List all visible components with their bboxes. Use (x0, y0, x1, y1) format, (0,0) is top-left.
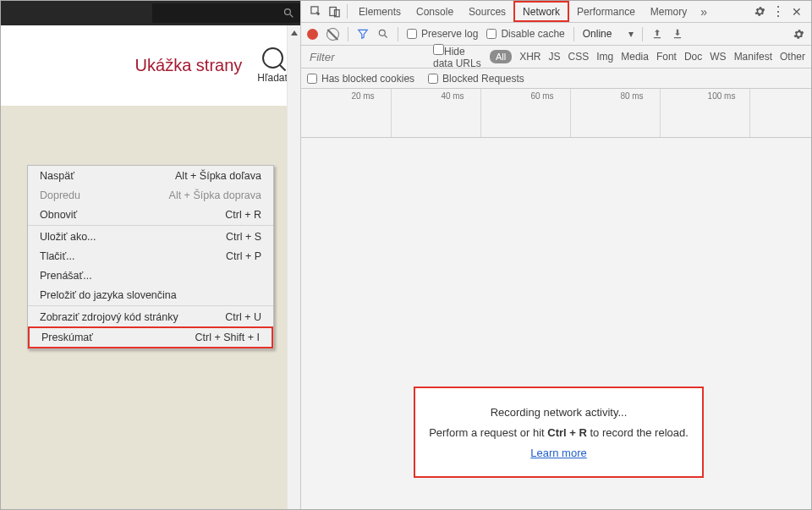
tab-performance[interactable]: Performance (569, 1, 643, 22)
header-search-button[interactable]: Hľadať (257, 47, 288, 84)
filter-funnel-icon[interactable] (357, 28, 369, 40)
network-toolbar: Preserve log Disable cache Online▾ (301, 23, 811, 46)
ctx-shortcut: Ctrl + U (225, 311, 261, 323)
ctx-shortcut: Ctrl + R (225, 209, 261, 221)
page-top-bar (1, 1, 300, 25)
filter-type-manifest[interactable]: Manifest (734, 51, 772, 63)
ctx-save-as[interactable]: Uložiť ako... Ctrl + S (28, 227, 273, 246)
recording-line-2: Perform a request or hit Ctrl + R to rec… (429, 426, 689, 439)
search-icon[interactable] (377, 28, 389, 40)
ctx-shortcut: Ctrl + P (226, 250, 261, 262)
ctx-separator (28, 225, 273, 226)
svg-point-3 (379, 30, 385, 36)
device-toolbar-icon[interactable] (325, 5, 343, 18)
ctx-label: Tlačiť... (40, 250, 75, 262)
magnifier-icon (262, 47, 283, 69)
filter-type-ws[interactable]: WS (710, 51, 726, 63)
tab-sources[interactable]: Sources (461, 1, 513, 22)
page-title: Ukážka strany (135, 56, 243, 75)
filter-type-js[interactable]: JS (549, 51, 561, 63)
tab-console[interactable]: Console (409, 1, 461, 22)
ctx-label: Preskúmať (41, 332, 93, 343)
filter-type-css[interactable]: CSS (568, 51, 590, 63)
ctx-label: Prenášať... (40, 270, 92, 282)
ctx-shortcut: Alt + Šípka doprava (169, 189, 261, 201)
disable-cache-label: Disable cache (501, 28, 564, 40)
upload-icon[interactable] (651, 28, 663, 40)
disable-cache-checkbox[interactable]: Disable cache (486, 28, 564, 40)
network-settings-gear-icon[interactable] (793, 28, 805, 41)
more-tabs-icon[interactable]: » (694, 5, 713, 19)
network-filter-bar-2: Has blocked cookies Blocked Requests (301, 69, 811, 89)
preserve-log-checkbox[interactable]: Preserve log (407, 28, 478, 40)
network-request-area: Recording network activity... Perform a … (301, 138, 811, 509)
ctx-label: Obnoviť (40, 209, 77, 221)
ctx-label: Naspäť (40, 170, 74, 182)
filter-type-all[interactable]: All (490, 50, 512, 63)
ctx-shortcut: Ctrl + Shift + I (195, 332, 260, 343)
ctx-back[interactable]: Naspäť Alt + Šípka doľava (28, 166, 273, 185)
throttle-select[interactable]: Online▾ (583, 28, 634, 40)
settings-gear-icon[interactable] (750, 5, 769, 18)
record-button[interactable] (307, 29, 318, 40)
filter-type-img[interactable]: Img (596, 51, 613, 63)
preserve-log-label: Preserve log (421, 28, 478, 40)
filter-type-xhr[interactable]: XHR (519, 51, 540, 63)
timeline-tick: 100 ms (708, 91, 736, 101)
learn-more-link[interactable]: Learn more (530, 447, 586, 459)
page-scrollbar[interactable] (287, 25, 300, 509)
timeline-tick: 60 ms (530, 91, 553, 101)
blocked-cookies-checkbox[interactable]: Has blocked cookies (307, 73, 414, 85)
filter-type-font[interactable]: Font (656, 51, 677, 63)
ctx-cast[interactable]: Prenášať... (28, 266, 273, 285)
ctx-separator (28, 305, 273, 306)
svg-rect-1 (329, 8, 336, 16)
context-menu: Naspäť Alt + Šípka doľava Dopredu Alt + … (27, 165, 274, 349)
search-icon (283, 7, 295, 19)
timeline-tick: 20 ms (351, 91, 374, 101)
page-header: Ukážka strany Hľadať (1, 25, 300, 106)
blocked-cookies-label: Has blocked cookies (321, 73, 414, 85)
tab-elements[interactable]: Elements (351, 1, 409, 22)
ctx-inspect[interactable]: Preskúmať Ctrl + Shift + I (30, 328, 272, 347)
filter-input[interactable] (307, 49, 425, 65)
network-timeline[interactable]: 20 ms 40 ms 60 ms 80 ms 100 ms (301, 89, 811, 138)
devtools-tab-bar: Elements Console Sources Network Perform… (301, 1, 811, 23)
download-icon[interactable] (672, 28, 683, 40)
network-filter-bar: Hide data URLs All XHR JS CSS Img Media … (301, 46, 811, 69)
ctx-label: Preložiť do jazyka slovenčina (40, 289, 177, 301)
filter-type-media[interactable]: Media (621, 51, 649, 63)
ctx-forward: Dopredu Alt + Šípka doprava (28, 185, 273, 205)
chevron-down-icon: ▾ (628, 28, 634, 40)
close-devtools-icon[interactable]: ✕ (787, 5, 806, 19)
hide-data-urls-checkbox[interactable]: Hide data URLs (433, 44, 482, 69)
clear-button[interactable] (326, 28, 339, 41)
ctx-print[interactable]: Tlačiť... Ctrl + P (28, 246, 273, 266)
blocked-requests-checkbox[interactable]: Blocked Requests (428, 73, 524, 85)
ctx-shortcut: Ctrl + S (226, 231, 261, 243)
blocked-requests-label: Blocked Requests (442, 73, 524, 85)
timeline-tick: 40 ms (441, 91, 464, 101)
timeline-tick: 80 ms (620, 91, 643, 101)
header-search-label: Hľadať (257, 72, 288, 84)
tab-network[interactable]: Network (513, 1, 569, 22)
inspect-element-icon[interactable] (306, 5, 325, 18)
ctx-view-source[interactable]: Zobraziť zdrojový kód stránky Ctrl + U (28, 307, 273, 326)
ctx-shortcut: Alt + Šípka doľava (175, 170, 261, 182)
recording-line-1: Recording network activity... (491, 406, 628, 419)
top-search-box[interactable] (152, 3, 300, 23)
filter-type-doc[interactable]: Doc (684, 51, 702, 63)
ctx-label: Zobraziť zdrojový kód stránky (40, 311, 178, 323)
kebab-menu-icon[interactable]: ⋮ (769, 3, 787, 19)
ctx-translate[interactable]: Preložiť do jazyka slovenčina (28, 285, 273, 304)
scroll-up-icon[interactable] (288, 25, 300, 40)
ctx-label: Dopredu (40, 189, 80, 201)
filter-type-other[interactable]: Other (780, 51, 805, 63)
recording-info-panel: Recording network activity... Perform a … (414, 387, 704, 478)
tab-memory[interactable]: Memory (643, 1, 694, 22)
ctx-reload[interactable]: Obnoviť Ctrl + R (28, 205, 273, 224)
ctx-label: Uložiť ako... (40, 231, 96, 243)
